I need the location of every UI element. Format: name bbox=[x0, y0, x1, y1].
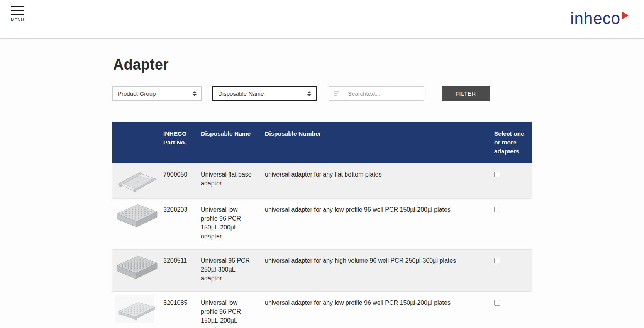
page-title: Adapter bbox=[113, 56, 532, 73]
disposable-name-cell: Universal flat base adapter bbox=[201, 163, 265, 199]
product-image-cell bbox=[112, 199, 163, 250]
menu-label: MENU bbox=[11, 17, 24, 22]
filter-button[interactable]: FILTER bbox=[442, 86, 490, 101]
adapter-checkbox[interactable] bbox=[494, 172, 500, 177]
search-field-wrapper bbox=[329, 86, 424, 101]
table-body: 7900050 Universal flat base adapter univ… bbox=[112, 163, 532, 328]
table-row: 3200203 Universal low profile 96 PCR 150… bbox=[112, 199, 532, 250]
select-cell bbox=[494, 163, 532, 199]
column-header-disposable-number: Disposable Number bbox=[265, 122, 494, 163]
column-header-image bbox=[112, 122, 163, 163]
part-no-cell: 3200203 bbox=[163, 199, 201, 250]
disposable-number-cell: universal adapter for any low profile 96… bbox=[265, 292, 494, 328]
table-row: 3200511 Universal 96 PCR 250µl-300µL ada… bbox=[112, 250, 532, 292]
column-header-select: Select one or more adapters bbox=[494, 122, 532, 163]
96-pcr-high-volume-adapter-image bbox=[115, 253, 159, 281]
product-image-cell bbox=[112, 292, 163, 328]
part-no-cell: 7900050 bbox=[163, 163, 201, 199]
search-input[interactable] bbox=[344, 90, 429, 97]
column-header-part-no: INHECO Part No. bbox=[163, 122, 201, 163]
part-no-cell: 3200511 bbox=[163, 250, 201, 292]
column-header-disposable-name: Disposable Name bbox=[201, 122, 265, 163]
flat-base-adapter-image bbox=[115, 167, 159, 195]
disposable-name-cell: Universal low profile 96 PCR 150µL-200µL… bbox=[201, 199, 265, 250]
table-row: 3201085 Universal low profile 96 PCR 150… bbox=[112, 292, 532, 328]
product-group-select-value: Product-Group bbox=[118, 90, 156, 97]
disposable-name-cell: Universal 96 PCR 250µl-300µL adapter bbox=[201, 250, 265, 292]
adapter-table: INHECO Part No. Disposable Name Disposab… bbox=[112, 122, 532, 328]
disposable-number-cell: universal adapter for any low profile 96… bbox=[265, 199, 494, 250]
main-content: Adapter Product-Group Disposable Name bbox=[112, 39, 532, 328]
96-pcr-adapter-image bbox=[115, 202, 159, 230]
red-triangle-icon bbox=[622, 12, 629, 19]
menu-button[interactable]: MENU bbox=[11, 6, 24, 22]
filter-row: Product-Group Disposable Name FILTER bbox=[112, 86, 532, 101]
disposable-name-select[interactable]: Disposable Name bbox=[212, 86, 317, 101]
select-cell bbox=[494, 199, 532, 250]
inheco-logo[interactable]: inheco bbox=[570, 9, 629, 28]
adapter-checkbox[interactable] bbox=[494, 207, 500, 212]
disposable-number-cell: universal adapter for any flat bottom pl… bbox=[265, 163, 494, 199]
table-row: 7900050 Universal flat base adapter univ… bbox=[112, 163, 532, 199]
up-down-arrows-icon bbox=[307, 91, 311, 96]
disposable-name-cell: Universal low profile 96 PCR 150µL-200µL… bbox=[201, 292, 265, 328]
adapter-checkbox[interactable] bbox=[494, 300, 500, 306]
page-root: MENU inheco Adapter Product-Group Dispos… bbox=[0, 0, 644, 328]
hamburger-icon bbox=[11, 6, 24, 15]
product-image-cell bbox=[112, 250, 163, 292]
text-lines-icon bbox=[329, 87, 344, 100]
table-header: INHECO Part No. Disposable Name Disposab… bbox=[112, 122, 532, 163]
product-group-select[interactable]: Product-Group bbox=[112, 86, 202, 101]
select-cell bbox=[494, 250, 532, 292]
disposable-number-cell: universal adapter for any high volume 96… bbox=[265, 250, 494, 292]
product-image-cell bbox=[112, 163, 163, 199]
disposable-name-select-value: Disposable Name bbox=[218, 90, 264, 97]
up-down-arrows-icon bbox=[193, 91, 197, 96]
part-no-cell: 3201085 bbox=[163, 292, 201, 328]
low-profile-plate-adapter-image bbox=[115, 295, 159, 323]
logo-text: inheco bbox=[570, 9, 620, 28]
adapter-checkbox[interactable] bbox=[494, 258, 500, 263]
top-bar: MENU inheco bbox=[0, 0, 644, 39]
select-cell bbox=[494, 292, 532, 328]
